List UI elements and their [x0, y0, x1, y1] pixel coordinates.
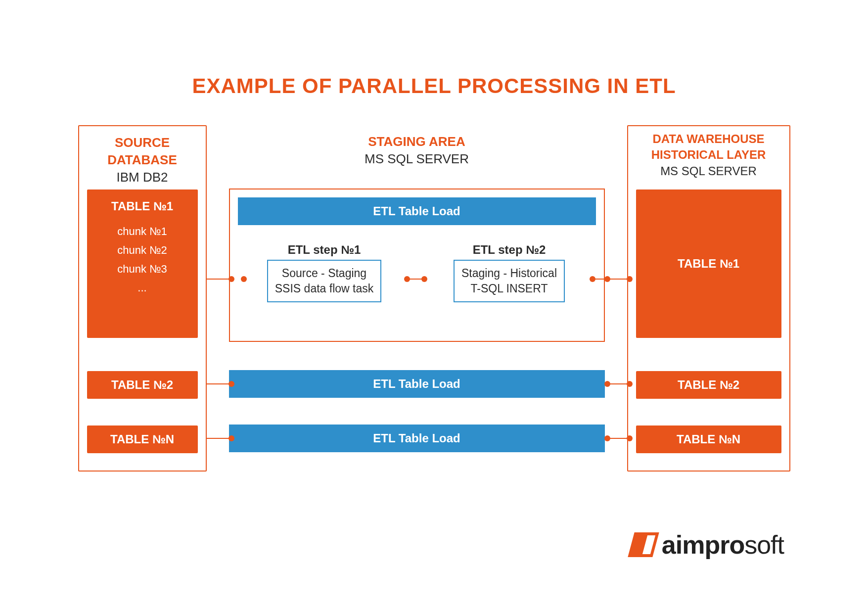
connector-dot — [404, 276, 410, 282]
connector-dot — [228, 381, 234, 387]
warehouse-table-2: TABLE №2 — [636, 371, 781, 399]
diagram-title: EXAMPLE OF PARALLEL PROCESSING IN ETL — [0, 0, 868, 98]
staging-subheading: MS SQL SERVER — [229, 150, 605, 168]
staging-process-box: ETL Table Load ETL step №1 Source - Stag… — [229, 189, 605, 342]
staging-heading: STAGING AREA — [229, 133, 605, 150]
connector-dot — [627, 435, 633, 441]
etl-step-2-line1: Staging - Historical — [461, 266, 557, 281]
connector-dot — [627, 381, 633, 387]
chunk-3: chunk №3 — [117, 260, 167, 279]
etl-step-2-title: ETL step №2 — [473, 243, 546, 257]
connector-dot — [590, 276, 595, 282]
source-table-n: TABLE №N — [87, 425, 198, 453]
etl-step-2: ETL step №2 Staging - Historical T-SQL I… — [428, 243, 591, 302]
warehouse-table-n: TABLE №N — [636, 425, 781, 453]
chunk-2: chunk №2 — [117, 241, 167, 260]
connector-dot — [228, 435, 234, 441]
logo-text-rest: soft — [744, 530, 784, 559]
connector — [207, 438, 229, 439]
chunk-ellipsis: ... — [137, 279, 146, 297]
chunk-1: chunk №1 — [117, 222, 167, 241]
staging-header: STAGING AREA MS SQL SERVER — [229, 125, 605, 168]
etl-table-load-n: ETL Table Load — [229, 425, 605, 452]
etl-step-1-title: ETL step №1 — [288, 243, 361, 257]
source-heading: SOURCE DATABASE — [79, 134, 206, 169]
etl-step-1-line2: SSIS data flow task — [275, 281, 373, 296]
warehouse-header: DATA WAREHOUSE HISTORICAL LAYER MS SQL S… — [628, 126, 789, 179]
data-warehouse-column: DATA WAREHOUSE HISTORICAL LAYER MS SQL S… — [627, 125, 790, 472]
connector-dot — [604, 276, 610, 282]
connector-dot — [421, 276, 427, 282]
warehouse-table-1-label: TABLE №1 — [678, 257, 739, 271]
source-table-2: TABLE №2 — [87, 371, 198, 399]
warehouse-heading: DATA WAREHOUSE HISTORICAL LAYER — [628, 131, 789, 163]
etl-step-2-box: Staging - Historical T-SQL INSERT — [454, 260, 565, 302]
etl-table-load-1: ETL Table Load — [238, 197, 596, 225]
connector-dot — [241, 276, 247, 282]
source-subheading: IBM DB2 — [79, 169, 206, 186]
warehouse-subheading: MS SQL SERVER — [628, 163, 789, 179]
aimprosoft-logo: aimprosoft — [631, 530, 784, 560]
logo-text-bold: aimpro — [662, 530, 744, 559]
connector — [207, 279, 229, 280]
source-table-1: TABLE №1 chunk №1 chunk №2 chunk №3 ... — [87, 189, 198, 338]
diagram-canvas: SOURCE DATABASE IBM DB2 TABLE №1 chunk №… — [78, 125, 790, 481]
connector-dot — [228, 276, 234, 282]
warehouse-table-1: TABLE №1 — [636, 189, 781, 338]
etl-step-1: ETL step №1 Source - Staging SSIS data f… — [243, 243, 406, 302]
logo-mark-icon — [628, 532, 659, 557]
connector-dot — [604, 381, 610, 387]
logo-text: aimprosoft — [662, 530, 784, 560]
connector-dot — [604, 435, 610, 441]
etl-step-1-line1: Source - Staging — [275, 266, 373, 281]
connector — [207, 383, 229, 384]
etl-table-load-2: ETL Table Load — [229, 370, 605, 398]
source-table-1-label: TABLE №1 — [111, 196, 173, 222]
etl-step-1-box: Source - Staging SSIS data flow task — [267, 260, 381, 302]
etl-step-2-line2: T-SQL INSERT — [461, 281, 557, 296]
source-database-column: SOURCE DATABASE IBM DB2 TABLE №1 chunk №… — [78, 125, 207, 472]
connector-dot — [627, 276, 633, 282]
staging-area-column: STAGING AREA MS SQL SERVER ETL Table Loa… — [229, 125, 605, 472]
source-header: SOURCE DATABASE IBM DB2 — [79, 126, 206, 186]
